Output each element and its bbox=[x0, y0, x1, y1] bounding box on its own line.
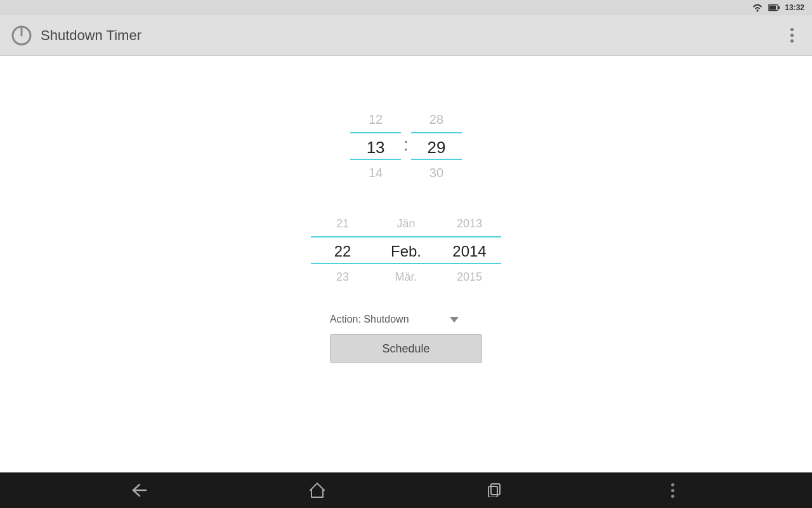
time-colon: : bbox=[403, 135, 409, 157]
hour-below[interactable]: 14 bbox=[350, 160, 401, 185]
time-picker[interactable]: 12 13 14 : 28 29 30 bbox=[350, 107, 462, 185]
svg-rect-8 bbox=[488, 486, 497, 497]
nav-back-button[interactable] bbox=[121, 478, 159, 503]
bottom-nav-bar bbox=[0, 472, 812, 508]
recents-icon bbox=[487, 483, 502, 497]
hour-above[interactable]: 12 bbox=[350, 107, 401, 132]
overflow-dot bbox=[790, 34, 794, 37]
day-above[interactable]: 21 bbox=[311, 211, 374, 236]
back-icon bbox=[131, 483, 148, 497]
minute-column[interactable]: 28 29 30 bbox=[411, 107, 462, 185]
svg-marker-7 bbox=[310, 483, 324, 497]
month-below[interactable]: Mär. bbox=[374, 264, 438, 290]
schedule-button[interactable]: Schedule bbox=[330, 334, 482, 363]
minute-above[interactable]: 28 bbox=[411, 107, 462, 132]
more-vertical-icon bbox=[671, 483, 674, 498]
power-icon bbox=[10, 24, 33, 47]
year-column[interactable]: 2013 2014 2015 bbox=[438, 211, 501, 290]
nav-home-button[interactable] bbox=[298, 478, 336, 503]
month-above[interactable]: Jän bbox=[374, 211, 438, 236]
status-time: 13:32 bbox=[785, 3, 804, 12]
main-content: 12 13 14 : 28 29 30 21 22 23 Jän Feb. Mä… bbox=[0, 56, 812, 472]
action-label: Action: Shutdown bbox=[330, 310, 482, 329]
hour-selected[interactable]: 13 bbox=[350, 132, 401, 160]
overflow-dot bbox=[790, 28, 794, 31]
home-icon bbox=[309, 482, 325, 498]
month-selected[interactable]: Feb. bbox=[374, 236, 438, 264]
svg-rect-3 bbox=[769, 6, 776, 10]
year-above[interactable]: 2013 bbox=[438, 211, 501, 236]
battery-icon bbox=[768, 4, 780, 11]
minute-selected[interactable]: 29 bbox=[411, 132, 462, 160]
day-selected[interactable]: 22 bbox=[311, 236, 374, 264]
svg-rect-9 bbox=[491, 484, 500, 495]
date-picker[interactable]: 21 22 23 Jän Feb. Mär. 2013 2014 2015 bbox=[311, 211, 501, 290]
day-column[interactable]: 21 22 23 bbox=[311, 211, 374, 290]
chevron-down-icon bbox=[450, 317, 459, 323]
year-below[interactable]: 2015 bbox=[438, 264, 501, 290]
svg-point-0 bbox=[757, 10, 759, 12]
title-bar: Shutdown Timer bbox=[0, 15, 812, 56]
action-dropdown[interactable] bbox=[450, 314, 459, 325]
app-title: Shutdown Timer bbox=[41, 27, 141, 44]
action-row[interactable]: Action: Shutdown bbox=[330, 310, 482, 329]
svg-rect-2 bbox=[778, 6, 780, 10]
overflow-menu-button[interactable] bbox=[782, 25, 802, 46]
wifi-icon bbox=[752, 3, 763, 12]
action-label-text: Action: Shutdown bbox=[330, 314, 409, 324]
nav-recents-button[interactable] bbox=[476, 478, 514, 503]
hour-column[interactable]: 12 13 14 bbox=[350, 107, 401, 185]
day-below[interactable]: 23 bbox=[311, 264, 374, 290]
nav-more-button[interactable] bbox=[653, 478, 691, 503]
minute-below[interactable]: 30 bbox=[411, 160, 462, 185]
status-bar: 13:32 bbox=[0, 0, 812, 15]
title-left: Shutdown Timer bbox=[10, 24, 141, 47]
month-column[interactable]: Jän Feb. Mär. bbox=[374, 211, 438, 290]
schedule-button-label: Schedule bbox=[382, 342, 429, 356]
year-selected[interactable]: 2014 bbox=[438, 236, 501, 264]
overflow-dot bbox=[790, 39, 794, 43]
